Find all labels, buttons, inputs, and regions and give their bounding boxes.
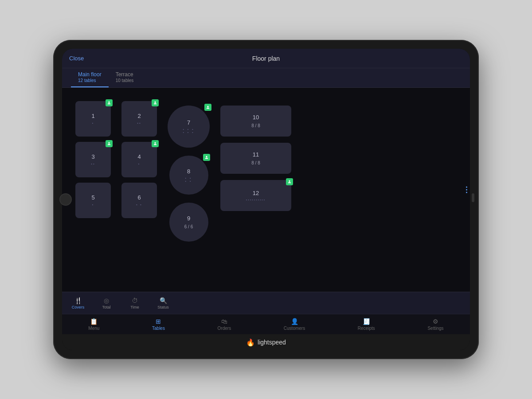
tables-area: 1 • 3 •• 5 •: [71, 97, 461, 283]
table-1-badge: [106, 99, 113, 106]
filter-total[interactable]: ◎ Total: [98, 297, 115, 309]
nav-tables[interactable]: ⊞ Tables: [147, 316, 170, 332]
table-7-badge: [204, 104, 211, 111]
right-button: [472, 193, 474, 202]
table-4-badge: [152, 140, 159, 147]
filter-covers[interactable]: 🍴 Covers: [69, 297, 87, 309]
filter-status[interactable]: 🔍 Status: [154, 297, 172, 309]
lightspeed-flame-icon: 🔥: [246, 338, 255, 347]
square-col-1: 1 • 3 •• 5 •: [75, 101, 111, 218]
nav-settings[interactable]: ⚙ Settings: [422, 316, 449, 332]
square-col-2: 2 •• 4 • 6 • •: [121, 101, 157, 218]
nav-orders[interactable]: 🛍 Orders: [212, 316, 237, 332]
table-5[interactable]: 5 •: [75, 183, 111, 218]
table-10[interactable]: 10 8 / 8: [220, 106, 291, 137]
table-7[interactable]: 7 • • • • • •: [168, 106, 210, 148]
table-12-badge: [286, 178, 293, 185]
table-11[interactable]: 11 8 / 8: [220, 143, 291, 174]
table-3[interactable]: 3 ••: [75, 142, 111, 177]
header: Close Floor plan: [62, 49, 470, 68]
close-button[interactable]: Close: [69, 55, 84, 62]
main-content: 1 • 3 •• 5 •: [62, 88, 470, 292]
home-button[interactable]: [59, 193, 72, 206]
table-2[interactable]: 2 ••: [121, 101, 157, 137]
bottom-nav: 📋 Menu ⊞ Tables 🛍 Orders 👤 Customers 🧾 R…: [62, 314, 470, 334]
nav-customers[interactable]: 👤 Customers: [278, 316, 310, 332]
table-9[interactable]: 9 6 / 6: [169, 203, 208, 242]
nav-menu[interactable]: 📋 Menu: [83, 316, 105, 332]
table-8[interactable]: 8 • • • •: [169, 156, 208, 195]
logo-bar: 🔥 lightspeed: [62, 334, 470, 350]
tablet-shell: Close Floor plan Main floor 12 tables Te…: [53, 40, 479, 359]
table-4[interactable]: 4 •: [121, 142, 157, 177]
tab-main-floor[interactable]: Main floor 12 tables: [71, 68, 109, 87]
page-title: Floor plan: [252, 55, 280, 62]
table-6[interactable]: 6 • •: [121, 183, 157, 218]
table-8-badge: [203, 154, 210, 161]
table-1[interactable]: 1 •: [75, 101, 111, 137]
filter-bar: 🍴 Covers ◎ Total ⏱ Time 🔍 Status: [62, 292, 470, 314]
table-12[interactable]: 12 ••••••••••: [220, 180, 291, 211]
more-options[interactable]: [463, 187, 470, 193]
table-2-badge: [152, 99, 159, 106]
tab-bar: Main floor 12 tables Terrace 10 tables: [62, 68, 470, 88]
tablet-screen: Close Floor plan Main floor 12 tables Te…: [62, 49, 470, 350]
lightspeed-logo: lightspeed: [258, 339, 286, 346]
table-3-badge: [106, 140, 113, 147]
rect-col: 10 8 / 8 11 8 / 8 12 ••••••••••: [220, 101, 291, 211]
round-col: 7 • • • • • • 8 • • • • 9 6 / 6: [168, 101, 210, 242]
filter-time[interactable]: ⏱ Time: [126, 297, 144, 309]
tab-terrace[interactable]: Terrace 10 tables: [109, 68, 141, 87]
nav-receipts[interactable]: 🧾 Receipts: [352, 316, 380, 332]
